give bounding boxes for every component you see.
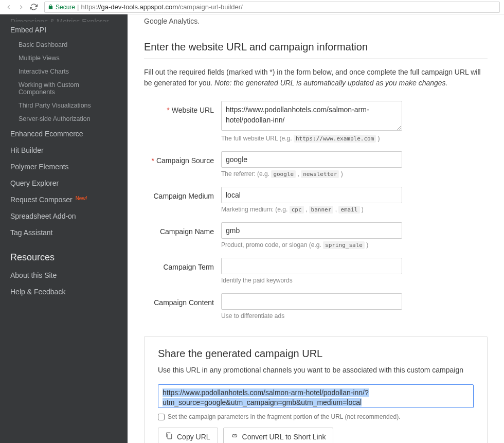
link-icon [231,432,238,441]
sidebar-sub-interactive[interactable]: Interactive Charts [0,65,128,78]
label-source: *Campaign Source [144,151,221,185]
forward-button[interactable] [16,3,26,12]
sidebar-item-polymer[interactable]: Polymer Elements [0,158,128,175]
sidebar-section-resources: Resources [0,241,128,267]
main-content: This tool allows you to easily add campa… [128,14,504,443]
new-badge: New! [76,196,87,201]
campaign-medium-input[interactable] [221,187,402,203]
fragment-label: Set the campaign parameters in the fragm… [168,413,400,420]
sidebar-item-embed-api[interactable]: Embed API [0,22,128,38]
fragment-checkbox[interactable] [158,414,165,420]
sidebar-sub-multi[interactable]: Multiple Views [0,51,128,65]
short-link-button[interactable]: Convert URL to Short Link [223,428,334,443]
lock-icon [48,4,53,10]
share-box: Share the generated campaign URL Use thi… [144,336,488,443]
sidebar-item-request[interactable]: Request ComposerNew! [0,191,128,208]
sidebar-item-hit[interactable]: Hit Builder [0,142,128,158]
sidebar-sub-custom[interactable]: Working with Custom Components [0,78,128,99]
campaign-source-input[interactable] [221,151,402,168]
label-medium: Campaign Medium [144,187,221,220]
clipboard-icon [166,432,173,441]
help-medium: Marketing medium: (e.g. cpc , banner , e… [221,206,402,213]
label-website-url: *Website URL [144,101,221,149]
sidebar-sub-server[interactable]: Server-side Authorization [0,112,128,126]
share-desc: Use this URL in any promotional channels… [158,366,474,374]
intro-text: This tool allows you to easily add campa… [144,14,488,27]
address-bar[interactable]: Secure | https://ga-dev-tools.appspot.co… [44,2,500,13]
back-button[interactable] [4,3,13,12]
secure-label: Secure [56,4,75,11]
sidebar-item-dimensions[interactable]: Dimensions & Metrics Explorer [0,17,128,22]
generated-url-output[interactable]: https://www.podollanhotels.com/salmon-ar… [158,384,474,408]
website-url-input[interactable]: https://www.podollanhotels.com/salmon-ar… [221,101,402,131]
sidebar-item-help[interactable]: Help & Feedback [0,283,128,300]
help-name: Product, promo code, or slogan (e.g. spr… [221,241,402,249]
reload-button[interactable] [29,3,38,12]
sidebar-item-enhanced[interactable]: Enhanced Ecommerce [0,126,128,142]
label-name: Campaign Name [144,222,221,256]
sidebar: Dimensions & Metrics Explorer Embed API … [0,14,128,443]
help-source: The referrer: (e.g. google , newsletter … [221,170,402,178]
sidebar-sub-basic[interactable]: Basic Dashboard [0,38,128,51]
help-website-url: The full website URL (e.g. https://www.e… [221,135,402,142]
help-content: Use to differentiate ads [221,312,402,320]
campaign-name-input[interactable] [221,222,402,239]
share-heading: Share the generated campaign URL [158,348,474,360]
url-text: https://ga-dev-tools.appspot.com/campaig… [81,3,242,11]
sidebar-item-spreadsheet[interactable]: Spreadsheet Add-on [0,208,128,224]
campaign-content-input[interactable] [221,293,402,310]
sidebar-item-query[interactable]: Query Explorer [0,175,128,191]
sidebar-sub-third[interactable]: Third Party Visualizations [0,99,128,112]
browser-toolbar: Secure | https://ga-dev-tools.appspot.co… [0,0,504,14]
help-term: Identify the paid keywords [221,277,402,284]
sidebar-item-tag[interactable]: Tag Assistant [0,224,128,241]
sidebar-item-about[interactable]: About this Site [0,267,128,283]
campaign-term-input[interactable] [221,258,402,274]
section-heading: Enter the website URL and campaign infor… [144,41,488,59]
label-content: Campaign Content [144,293,221,327]
label-term: Campaign Term [144,258,221,291]
copy-url-button[interactable]: Copy URL [158,428,218,443]
instructions: Fill out the required fields (marked wit… [144,67,488,88]
